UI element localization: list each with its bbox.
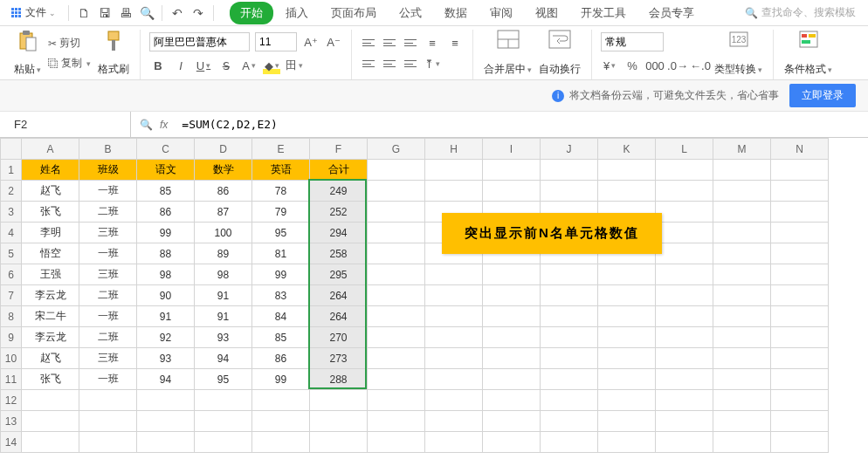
cell[interactable] [425,160,483,181]
cell[interactable] [771,181,829,202]
align-bottom-icon[interactable] [403,35,418,51]
cell[interactable] [368,327,425,348]
cell[interactable]: 三班 [79,223,137,243]
currency-icon[interactable]: ¥ [601,57,618,74]
cell[interactable]: 98 [195,264,252,285]
cell[interactable]: 数学 [195,160,252,181]
percent-icon[interactable]: % [623,57,641,74]
cell[interactable]: 86 [195,181,252,202]
fill-color-button[interactable]: ◆ [263,57,280,74]
tab-6[interactable]: 视图 [525,2,568,24]
search-box[interactable]: 🔍 查找命令、搜索模板 [745,5,865,20]
cell[interactable] [22,390,79,411]
cell[interactable] [771,264,829,285]
tab-1[interactable]: 插入 [275,2,319,24]
cell[interactable] [771,223,829,243]
cell[interactable] [656,390,713,411]
cell[interactable]: 87 [195,202,252,223]
cell[interactable] [541,390,598,411]
cell[interactable] [598,327,656,348]
login-button[interactable]: 立即登录 [789,84,856,107]
cell[interactable]: 264 [310,306,368,327]
wrap-button[interactable]: 自动换行 [535,30,584,77]
cell[interactable] [368,432,425,453]
cell[interactable]: 94 [137,369,195,390]
cell[interactable] [771,369,829,390]
row-header[interactable]: 14 [1,432,22,453]
col-header[interactable]: L [656,139,713,160]
cell[interactable] [79,432,137,453]
cell[interactable] [22,432,79,453]
cell[interactable]: 一班 [79,369,137,390]
col-header[interactable]: G [368,139,425,160]
tab-2[interactable]: 页面布局 [320,2,387,24]
cell[interactable] [598,285,656,306]
cell[interactable] [483,327,541,348]
cell[interactable] [598,181,656,202]
row-header[interactable]: 2 [1,181,22,202]
cell[interactable]: 78 [252,181,310,202]
col-header[interactable]: J [541,139,598,160]
cell[interactable] [368,223,425,243]
menu-file[interactable]: 文件⌄ [3,2,63,24]
cell[interactable] [713,327,771,348]
cut-button[interactable]: ✂剪切 [46,35,93,51]
cell[interactable]: 85 [252,327,310,348]
cell[interactable] [541,327,598,348]
cell[interactable] [541,369,598,390]
cell[interactable]: 99 [252,369,310,390]
cell[interactable]: 295 [310,264,368,285]
cell[interactable] [541,264,598,285]
align-top-icon[interactable] [361,35,376,51]
italic-button[interactable]: I [172,57,189,74]
cell[interactable]: 三班 [79,348,137,369]
cell[interactable] [771,390,829,411]
align-right-icon[interactable] [403,56,418,72]
cell[interactable] [195,432,252,453]
row-header[interactable]: 10 [1,348,22,369]
cell[interactable]: 95 [252,223,310,243]
row-header[interactable]: 5 [1,243,22,264]
dec-decimal-icon[interactable]: ←.0 [692,57,709,74]
font-color-button[interactable]: A [240,57,258,74]
cell[interactable] [598,306,656,327]
cell[interactable] [598,432,656,453]
cell[interactable]: 一班 [79,181,137,202]
font-size-combo[interactable] [255,32,297,51]
col-header[interactable]: A [22,139,79,160]
cell[interactable] [425,348,483,369]
cell[interactable] [368,181,425,202]
cell[interactable] [368,202,425,223]
cell[interactable] [368,243,425,264]
cell[interactable] [598,264,656,285]
cell[interactable] [656,411,713,432]
cell[interactable]: 李明 [22,223,79,243]
cell[interactable] [425,369,483,390]
cell[interactable] [771,202,829,223]
col-header[interactable]: C [137,139,195,160]
align-middle-icon[interactable] [382,35,397,51]
cell[interactable] [656,285,713,306]
cell[interactable] [713,202,771,223]
merge-button[interactable]: 合并居中▾ [480,30,535,77]
row-header[interactable]: 8 [1,306,22,327]
cell[interactable]: 264 [310,285,368,306]
cell[interactable] [368,285,425,306]
cell[interactable] [368,306,425,327]
bold-button[interactable]: B [149,57,167,74]
tab-8[interactable]: 会员专享 [638,2,705,24]
cell[interactable] [483,348,541,369]
qat-preview-icon[interactable]: 🔍 [137,3,156,23]
cell[interactable]: 99 [137,223,195,243]
tab-7[interactable]: 开发工具 [570,2,637,24]
col-header[interactable]: E [252,139,310,160]
cell[interactable]: 张飞 [22,369,79,390]
tab-4[interactable]: 数据 [434,2,478,24]
cell[interactable]: 语文 [137,160,195,181]
cell[interactable]: 93 [137,348,195,369]
cell[interactable] [656,369,713,390]
cell[interactable] [483,369,541,390]
indent-left-icon[interactable]: ≡ [424,34,441,51]
qat-save-icon[interactable]: 🖫 [95,3,114,23]
cell[interactable] [771,160,829,181]
